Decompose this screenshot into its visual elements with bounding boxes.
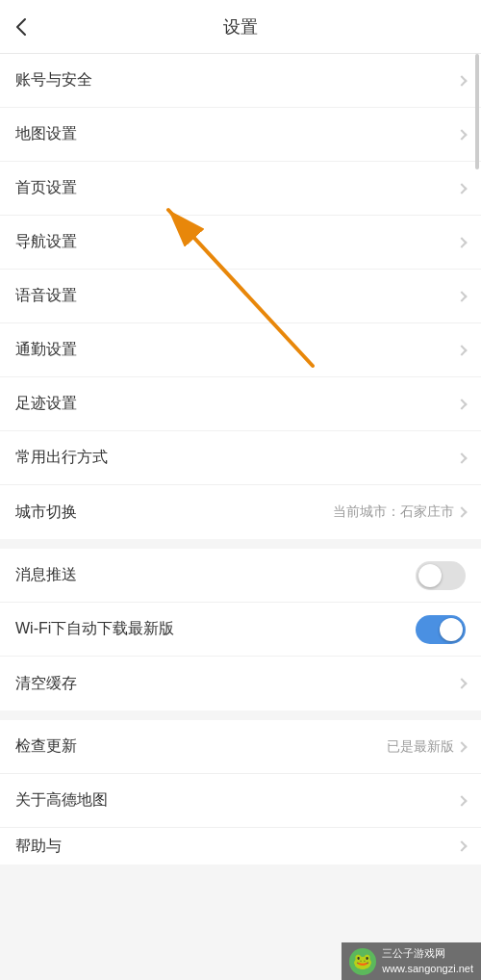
menu-item-cache[interactable]: 清空缓存: [0, 657, 481, 710]
menu-item-account[interactable]: 账号与安全: [0, 54, 481, 108]
menu-item-voice[interactable]: 语音设置: [0, 270, 481, 323]
chevron-icon-nav: [456, 237, 467, 247]
menu-right-footprint: [458, 400, 466, 408]
menu-label-footprint: 足迹设置: [15, 394, 77, 414]
menu-label-transport: 常用出行方式: [15, 448, 108, 468]
menu-item-map[interactable]: 地图设置: [0, 108, 481, 162]
menu-right-home: [458, 185, 466, 193]
chevron-icon-partial: [456, 840, 467, 851]
chevron-icon-about: [456, 795, 467, 806]
menu-right-nav: [458, 239, 466, 246]
chevron-icon-footprint: [456, 399, 467, 409]
section-notifications: 消息推送 Wi-Fi下自动下载最新版 清空缓存: [0, 549, 481, 710]
menu-label-map: 地图设置: [15, 124, 77, 144]
menu-right-account: [458, 77, 466, 85]
watermark: 🐸 三公子游戏网 www.sangongzi.net: [342, 942, 481, 980]
menu-right-about: [458, 797, 466, 805]
menu-label-cache: 清空缓存: [15, 674, 77, 694]
header: 设置: [0, 0, 481, 54]
push-toggle[interactable]: [416, 561, 466, 590]
toggle-item-wifi: Wi-Fi下自动下载最新版: [0, 603, 481, 657]
menu-label-account: 账号与安全: [15, 70, 92, 90]
menu-label-about: 关于高德地图: [15, 790, 108, 811]
menu-label-update: 检查更新: [15, 736, 77, 757]
menu-item-home[interactable]: 首页设置: [0, 162, 481, 216]
page-title: 设置: [223, 15, 258, 39]
chevron-icon-voice: [456, 291, 467, 301]
menu-label-nav: 导航设置: [15, 232, 77, 252]
menu-right-transport: [458, 454, 466, 462]
menu-item-nav[interactable]: 导航设置: [0, 216, 481, 270]
menu-item-city[interactable]: 城市切换 当前城市：石家庄市: [0, 485, 481, 539]
menu-right-voice: [458, 293, 466, 300]
section-about: 检查更新 已是最新版 关于高德地图 帮助与: [0, 720, 481, 864]
wifi-label: Wi-Fi下自动下载最新版: [15, 619, 174, 639]
menu-label-commute: 通勤设置: [15, 340, 77, 360]
menu-right-commute: [458, 347, 466, 354]
update-value: 已是最新版: [387, 738, 454, 756]
watermark-site: 三公子游戏网: [382, 946, 473, 961]
watermark-text: 三公子游戏网 www.sangongzi.net: [382, 946, 473, 976]
toggle-item-push: 消息推送: [0, 549, 481, 603]
section-main-settings: 账号与安全 地图设置 首页设置 导航设置 语音设置 通勤设置 足: [0, 54, 481, 539]
chevron-icon-transport: [456, 452, 467, 463]
menu-label-voice: 语音设置: [15, 286, 77, 306]
menu-right-update: 已是最新版: [387, 738, 466, 756]
menu-item-transport[interactable]: 常用出行方式: [0, 431, 481, 485]
menu-label-city: 城市切换: [15, 503, 77, 523]
wifi-toggle-knob: [440, 618, 463, 641]
menu-right-cache: [458, 680, 466, 687]
watermark-url: www.sangongzi.net: [382, 962, 473, 976]
menu-label-home: 首页设置: [15, 178, 77, 198]
menu-right-partial: [458, 842, 466, 850]
menu-item-about[interactable]: 关于高德地图: [0, 774, 481, 828]
city-value: 当前城市：石家庄市: [333, 503, 454, 521]
menu-item-commute[interactable]: 通勤设置: [0, 323, 481, 377]
menu-right-city: 当前城市：石家庄市: [333, 503, 466, 521]
scrollbar: [475, 54, 479, 169]
menu-item-partial[interactable]: 帮助与: [0, 828, 481, 864]
wifi-toggle[interactable]: [416, 615, 466, 644]
watermark-icon: 🐸: [349, 948, 376, 975]
chevron-icon-commute: [456, 345, 467, 355]
chevron-icon-cache: [456, 678, 467, 688]
menu-item-footprint[interactable]: 足迹设置: [0, 377, 481, 431]
menu-item-update[interactable]: 检查更新 已是最新版: [0, 720, 481, 774]
menu-label-partial: 帮助与: [15, 837, 62, 857]
chevron-icon-home: [456, 183, 467, 193]
push-label: 消息推送: [15, 565, 77, 585]
menu-right-map: [458, 131, 466, 139]
chevron-icon-account: [456, 75, 467, 86]
push-toggle-knob: [418, 564, 442, 587]
chevron-icon-map: [456, 129, 467, 140]
chevron-icon-update: [456, 741, 467, 752]
chevron-icon-city: [456, 506, 467, 517]
back-button[interactable]: [15, 17, 27, 37]
